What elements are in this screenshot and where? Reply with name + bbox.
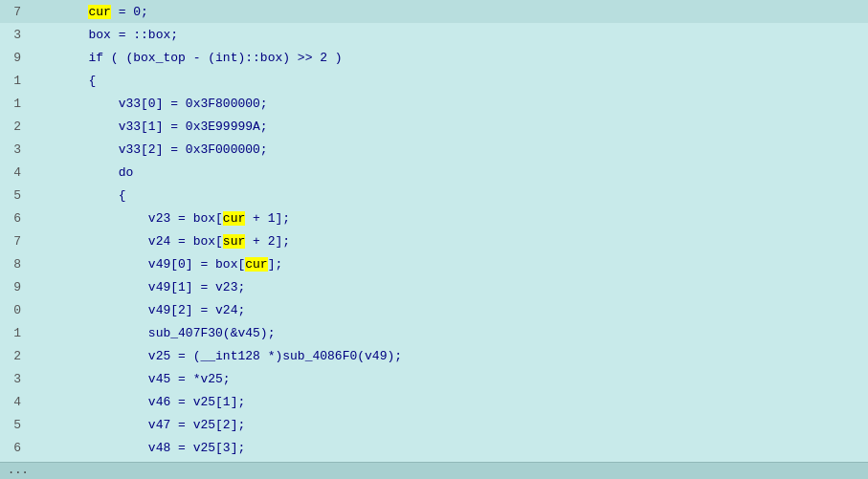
code-line: 5 v47 = v25[2];	[0, 413, 868, 436]
line-number: 2	[0, 120, 21, 134]
line-content: v48 = v25[3];	[29, 441, 245, 455]
code-line: 1 sub_407F30(&v45);	[0, 321, 868, 344]
highlighted-text: cur	[223, 211, 245, 226]
code-container: 7 cur = 0;3 box = ::box;9 if ( (box_top …	[0, 0, 868, 479]
code-line: 8 v49[0] = box[cur];	[0, 252, 868, 275]
line-content: v25 = (__int128 *)sub_4086F0(v49);	[29, 349, 402, 363]
code-line: 6 v23 = box[cur + 1];	[0, 207, 868, 229]
code-line: 1 {	[0, 69, 868, 92]
line-number: 1	[0, 326, 21, 340]
code-line: 9 v49[1] = v23;	[0, 275, 868, 298]
line-number: 4	[0, 165, 21, 180]
code-line: 3 v45 = *v25;	[0, 367, 868, 390]
bottom-bar: ...	[0, 462, 868, 479]
line-content: box = ::box;	[29, 28, 178, 42]
line-number: 6	[0, 441, 21, 455]
line-content: v49[0] = box[cur];	[29, 257, 282, 272]
line-content: {	[29, 74, 96, 88]
line-content: v49[1] = v23;	[29, 280, 245, 294]
code-line: 0 v49[2] = v24;	[0, 298, 868, 321]
highlighted-text: cur	[245, 257, 267, 272]
line-content: v24 = box[sur + 2];	[29, 234, 290, 249]
line-content: sub_407F30(&v45);	[29, 326, 275, 340]
code-line: 7 v24 = box[sur + 2];	[0, 229, 868, 252]
line-number: 9	[0, 51, 21, 65]
line-content: if ( (box_top - (int)::box) >> 2 )	[29, 51, 343, 65]
line-number: 7	[0, 234, 21, 249]
highlighted-text: sur	[223, 234, 245, 249]
line-number: 5	[0, 418, 21, 432]
code-line: 2 v33[1] = 0x3E99999A;	[0, 115, 868, 138]
line-number: 3	[0, 28, 21, 42]
line-content: v23 = box[cur + 1];	[29, 211, 290, 226]
line-number: 0	[0, 303, 21, 317]
line-content: v33[1] = 0x3E99999A;	[29, 120, 268, 134]
line-number: 2	[0, 349, 21, 363]
line-content: v33[0] = 0x3F800000;	[29, 97, 268, 111]
code-line: 3 box = ::box;	[0, 23, 868, 46]
line-number: 4	[0, 395, 21, 409]
line-number: 7	[0, 5, 21, 19]
code-line: 4 do	[0, 161, 868, 184]
code-line: 9 if ( (box_top - (int)::box) >> 2 )	[0, 46, 868, 69]
code-line: 3 v33[2] = 0x3F000000;	[0, 138, 868, 161]
line-content: {	[29, 188, 125, 203]
line-content: v47 = v25[2];	[29, 418, 245, 432]
line-content: v45 = *v25;	[29, 372, 231, 386]
highlighted-text: cur	[88, 5, 110, 19]
line-content: cur = 0;	[29, 5, 148, 19]
code-line: 7 cur = 0;	[0, 0, 868, 23]
code-line: 4 v46 = v25[1];	[0, 390, 868, 413]
line-number: 8	[0, 257, 21, 272]
line-number: 3	[0, 142, 21, 157]
line-number: 3	[0, 372, 21, 386]
line-number: 6	[0, 211, 21, 226]
bottom-text: ...	[0, 463, 29, 476]
line-number: 1	[0, 97, 21, 111]
line-content: do	[29, 165, 133, 180]
line-number: 9	[0, 280, 21, 294]
line-number: 1	[0, 74, 21, 88]
line-content: v46 = v25[1];	[29, 395, 245, 409]
code-line: 1 v33[0] = 0x3F800000;	[0, 92, 868, 115]
code-line: 6 v48 = v25[3];	[0, 436, 868, 459]
line-content: v49[2] = v24;	[29, 303, 245, 317]
code-line: 2 v25 = (__int128 *)sub_4086F0(v49);	[0, 344, 868, 367]
code-lines: 7 cur = 0;3 box = ::box;9 if ( (box_top …	[0, 0, 868, 479]
line-content: v33[2] = 0x3F000000;	[29, 142, 268, 157]
line-number: 5	[0, 188, 21, 203]
code-line: 5 {	[0, 184, 868, 207]
